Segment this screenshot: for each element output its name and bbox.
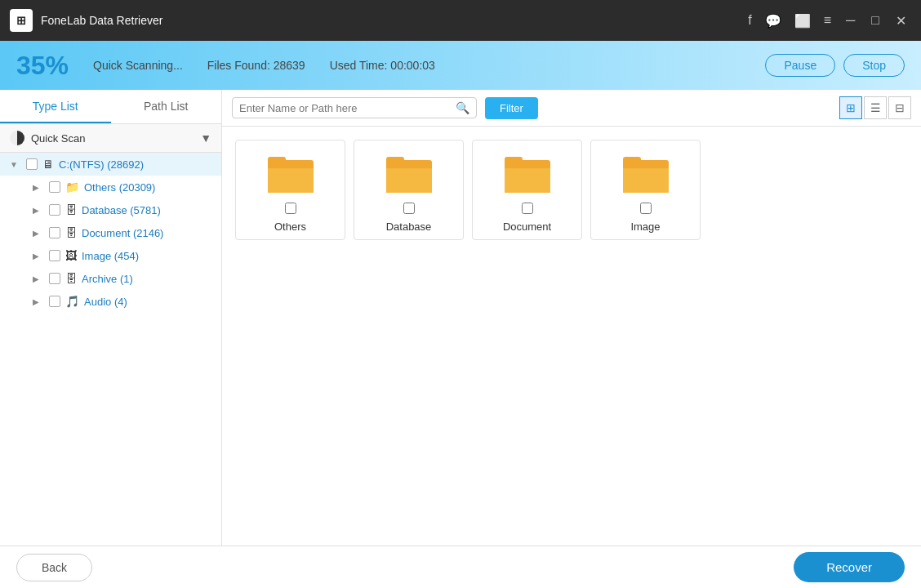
- back-button[interactable]: Back: [16, 554, 92, 581]
- scan-mode-arrow[interactable]: ▼: [200, 131, 211, 145]
- tree-item-others[interactable]: ▶ 📁 Others (20309): [23, 176, 221, 198]
- list-view-button[interactable]: ☰: [864, 96, 887, 119]
- settings-icon[interactable]: ⬜: [794, 13, 811, 29]
- pause-button[interactable]: Pause: [765, 54, 835, 77]
- search-box[interactable]: 🔍: [232, 97, 477, 118]
- search-icon: 🔍: [456, 101, 469, 114]
- tree-item-document[interactable]: ▶ 🗄 Document (2146): [23, 221, 221, 244]
- app-title: FoneLab Data Retriever: [41, 14, 748, 27]
- collapse-arrow[interactable]: ▼: [10, 160, 23, 169]
- audio-icon: 🎵: [65, 295, 79, 308]
- file-card-image[interactable]: Image: [590, 140, 701, 240]
- database-icon: 🗄: [65, 203, 77, 216]
- file-card-others[interactable]: Others: [235, 140, 345, 240]
- expand-arrow[interactable]: ▶: [33, 274, 46, 283]
- database-checkbox[interactable]: [49, 204, 60, 216]
- folder-icon: 📁: [65, 180, 79, 194]
- progress-percent: 35%: [16, 51, 69, 81]
- folder-icon-database: [385, 149, 434, 198]
- progress-status: Quick Scanning...: [93, 59, 183, 72]
- svg-rect-1: [268, 157, 286, 165]
- chat-icon[interactable]: 💬: [765, 13, 781, 29]
- tab-type-list[interactable]: Type List: [0, 90, 111, 123]
- image-checkbox[interactable]: [49, 250, 60, 261]
- file-grid: Others Database: [222, 127, 921, 546]
- tab-path-list[interactable]: Path List: [111, 90, 222, 123]
- search-input[interactable]: [239, 102, 456, 114]
- scan-mode-label: Quick Scan: [31, 132, 200, 145]
- sidebar-tree: ▼ 🖥 C:(NTFS) (28692) ▶ 📁 Others (20309) …: [0, 153, 221, 546]
- drive-label: C:(NTFS) (28692): [59, 158, 144, 171]
- progress-buttons: Pause Stop: [765, 54, 905, 77]
- archive-checkbox[interactable]: [49, 273, 60, 284]
- archive-label: Archive (1): [82, 273, 133, 285]
- svg-rect-5: [386, 168, 432, 193]
- app-logo: ⊞: [10, 9, 33, 32]
- tree-item-audio[interactable]: ▶ 🎵 Audio (4): [23, 290, 221, 313]
- facebook-icon[interactable]: f: [748, 13, 751, 28]
- image-card-checkbox[interactable]: [640, 203, 652, 217]
- tree-drive-item[interactable]: ▼ 🖥 C:(NTFS) (28692): [0, 153, 221, 176]
- folder-icon-document: [503, 149, 552, 198]
- document-card-checkbox[interactable]: [522, 203, 533, 217]
- filter-button[interactable]: Filter: [485, 97, 538, 119]
- title-bar-social-icons: f 💬 ⬜ ≡: [748, 13, 831, 29]
- drive-checkbox[interactable]: [26, 158, 38, 170]
- menu-icon[interactable]: ≡: [824, 13, 831, 28]
- minimize-button[interactable]: ─: [841, 11, 860, 30]
- stop-button[interactable]: Stop: [843, 54, 905, 77]
- expand-arrow[interactable]: ▶: [33, 206, 46, 215]
- document-label: Document (2146): [82, 227, 163, 239]
- grid-view-button[interactable]: ⊞: [839, 96, 862, 119]
- others-checkbox-input[interactable]: [285, 203, 296, 214]
- tree-item-archive[interactable]: ▶ 🗄 Archive (1): [23, 267, 221, 290]
- document-checkbox[interactable]: [49, 227, 60, 238]
- title-bar: ⊞ FoneLab Data Retriever f 💬 ⬜ ≡ ─ □ ✕: [0, 0, 921, 41]
- used-time: Used Time: 00:00:03: [330, 59, 741, 72]
- column-view-button[interactable]: ⊟: [888, 96, 911, 119]
- recover-button[interactable]: Recover: [794, 552, 905, 582]
- document-icon: 🗄: [65, 226, 77, 239]
- tree-children: ▶ 📁 Others (20309) ▶ 🗄 Database (5781) ▶…: [0, 176, 221, 313]
- file-card-database[interactable]: Database: [354, 140, 464, 240]
- scan-mode-row: Quick Scan ▼: [0, 124, 221, 153]
- expand-arrow[interactable]: ▶: [33, 252, 46, 261]
- document-checkbox-input[interactable]: [522, 203, 533, 214]
- svg-rect-10: [623, 157, 641, 165]
- view-toggles: ⊞ ☰ ⊟: [839, 96, 911, 119]
- folder-icon-image: [621, 149, 670, 198]
- archive-icon: 🗄: [65, 272, 77, 285]
- progress-bar: 35% Quick Scanning... Files Found: 28639…: [0, 41, 921, 90]
- image-label: Image (454): [82, 250, 139, 262]
- others-card-label: Others: [274, 220, 306, 233]
- drive-icon: 🖥: [42, 158, 54, 171]
- bottom-bar: Back Recover: [0, 546, 921, 588]
- image-checkbox-input[interactable]: [640, 203, 652, 214]
- audio-checkbox[interactable]: [49, 296, 60, 307]
- others-label: Others (20309): [84, 181, 155, 194]
- tree-item-database[interactable]: ▶ 🗄 Database (5781): [23, 198, 221, 221]
- window-controls: ─ □ ✕: [841, 11, 911, 30]
- database-card-checkbox[interactable]: [403, 203, 415, 217]
- database-card-label: Database: [386, 220, 432, 233]
- svg-rect-2: [268, 168, 314, 193]
- main-content: Type List Path List Quick Scan ▼ ▼ 🖥 C:(…: [0, 90, 921, 546]
- document-card-label: Document: [503, 220, 551, 233]
- right-toolbar: 🔍 Filter ⊞ ☰ ⊟: [222, 90, 921, 127]
- svg-rect-4: [386, 157, 404, 165]
- expand-arrow[interactable]: ▶: [33, 229, 46, 238]
- svg-rect-8: [505, 168, 550, 193]
- tree-item-image[interactable]: ▶ 🖼 Image (454): [23, 244, 221, 267]
- expand-arrow[interactable]: ▶: [33, 183, 46, 192]
- others-checkbox[interactable]: [49, 181, 60, 193]
- others-card-checkbox[interactable]: [285, 203, 296, 217]
- svg-rect-7: [505, 157, 523, 165]
- files-found: Files Found: 28639: [207, 59, 305, 72]
- file-card-document[interactable]: Document: [472, 140, 582, 240]
- close-button[interactable]: ✕: [891, 11, 911, 30]
- right-panel: 🔍 Filter ⊞ ☰ ⊟: [222, 90, 921, 546]
- database-checkbox-input[interactable]: [403, 203, 415, 214]
- expand-arrow[interactable]: ▶: [33, 297, 46, 306]
- maximize-button[interactable]: □: [866, 11, 884, 30]
- folder-icon-others: [266, 149, 315, 198]
